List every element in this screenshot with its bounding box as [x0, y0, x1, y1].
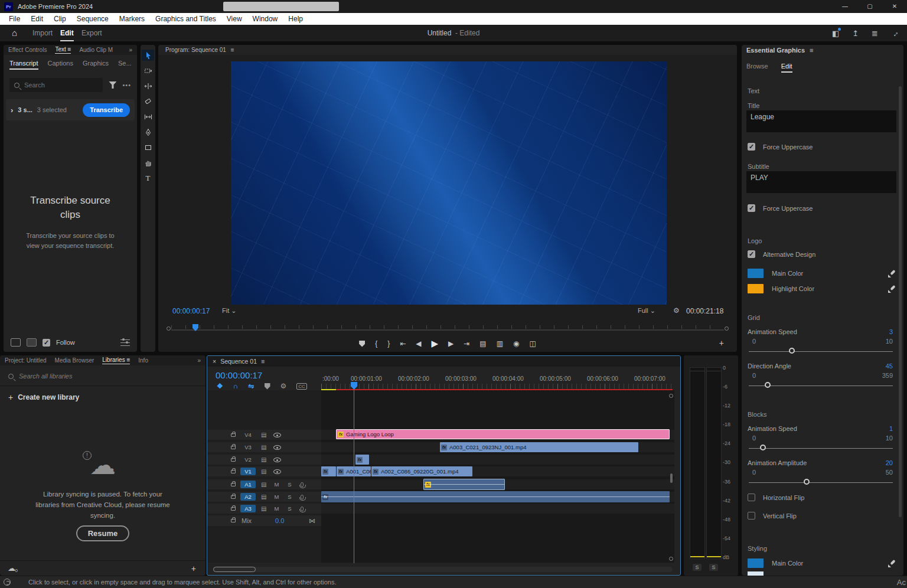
- hand-tool[interactable]: [142, 157, 154, 168]
- more-options-icon[interactable]: •••: [122, 81, 131, 89]
- work-area-end-handle[interactable]: [725, 326, 729, 331]
- type-tool[interactable]: T: [142, 172, 154, 184]
- new-library-item-button[interactable]: +: [191, 564, 196, 573]
- button-editor-plus[interactable]: +: [719, 338, 724, 348]
- blocks-animation-speed-value[interactable]: 1: [889, 425, 893, 432]
- quick-export-stack-icon[interactable]: ≣: [872, 29, 878, 38]
- horizontal-flip-checkbox[interactable]: [748, 494, 755, 501]
- direction-angle-slider[interactable]: [749, 382, 893, 390]
- follow-checkbox[interactable]: [43, 339, 50, 347]
- tab-project[interactable]: Project: Untitled: [5, 357, 47, 364]
- mute-button[interactable]: M: [273, 494, 279, 500]
- highlight-color-swatch[interactable]: [748, 284, 764, 293]
- sync-lock-icon[interactable]: ▤: [261, 481, 266, 488]
- direction-angle-value[interactable]: 45: [886, 362, 893, 370]
- clip-audio-a1[interactable]: fx: [423, 479, 505, 490]
- filter-icon[interactable]: [109, 81, 116, 89]
- insert-as-nest-toggle[interactable]: ❖: [217, 382, 223, 390]
- force-uppercase-checkbox[interactable]: [748, 143, 755, 151]
- mute-button[interactable]: M: [273, 481, 279, 488]
- tab-se-truncated[interactable]: Se...: [118, 60, 132, 70]
- transcript-settings-icon[interactable]: [120, 339, 130, 346]
- mix-volume-value[interactable]: 0.0: [275, 517, 284, 524]
- menu-graphics-titles[interactable]: Graphics and Titles: [150, 13, 221, 25]
- track-header-a1[interactable]: A1 ▤ M S: [207, 479, 321, 489]
- program-scrubber[interactable]: [167, 324, 729, 331]
- captions-visibility-toggle[interactable]: CC: [296, 383, 307, 390]
- track-header-v3[interactable]: V3 ▤: [207, 442, 321, 452]
- program-current-timecode[interactable]: 00:00:00:17: [172, 307, 210, 315]
- linked-selection-toggle[interactable]: ⇋: [248, 382, 254, 390]
- sync-lock-icon[interactable]: ▤: [261, 456, 266, 463]
- lock-icon[interactable]: [231, 507, 236, 511]
- track-visibility-eye-icon[interactable]: [273, 469, 281, 474]
- menu-view[interactable]: View: [221, 13, 247, 25]
- subtitle-field[interactable]: PLAY: [746, 171, 896, 193]
- search-input[interactable]: [24, 81, 77, 89]
- styling-main-color-swatch[interactable]: [748, 558, 764, 568]
- cloud-sync-status-icon[interactable]: ☁0: [8, 564, 15, 573]
- solo-button[interactable]: S: [709, 564, 718, 571]
- eyedropper-icon[interactable]: [888, 560, 895, 567]
- track-header-v2[interactable]: V2 ▤: [207, 455, 321, 465]
- transcript-search-box[interactable]: [9, 78, 103, 92]
- animation-amplitude-slider[interactable]: [749, 479, 893, 487]
- play-button[interactable]: ▶: [431, 338, 438, 349]
- timeline-track-area[interactable]: [321, 390, 674, 563]
- create-new-library-button[interactable]: + Create new library: [0, 386, 205, 409]
- track-header-a2[interactable]: A2 ▤ M S: [207, 492, 321, 502]
- track-visibility-eye-icon[interactable]: [273, 458, 281, 462]
- lock-icon[interactable]: [231, 519, 236, 522]
- tab-captions[interactable]: Captions: [48, 60, 73, 70]
- track-name[interactable]: V3: [240, 443, 256, 451]
- clip-v2-short[interactable]: fx: [355, 455, 369, 465]
- track-name[interactable]: A2: [240, 493, 256, 501]
- alternative-design-checkbox[interactable]: [748, 250, 755, 258]
- solo-button[interactable]: S: [286, 505, 292, 512]
- track-visibility-eye-icon[interactable]: [273, 445, 281, 450]
- panel-menu-icon[interactable]: ≡: [261, 358, 265, 365]
- lock-icon[interactable]: [231, 495, 236, 499]
- menu-help[interactable]: Help: [283, 13, 308, 25]
- track-name[interactable]: A1: [240, 481, 256, 488]
- go-to-out-button[interactable]: ⇥: [464, 339, 469, 348]
- tab-audio-clip-mixer[interactable]: Audio Clip M: [79, 47, 113, 53]
- tab-overflow-icon[interactable]: »: [197, 357, 201, 364]
- extract-button[interactable]: ▥: [497, 339, 503, 348]
- tab-info[interactable]: Info: [138, 357, 148, 364]
- eyedropper-icon[interactable]: [888, 285, 895, 293]
- track-visibility-eye-icon[interactable]: [273, 433, 281, 437]
- timeline-vertical-scrollbar[interactable]: [669, 394, 674, 561]
- sync-lock-icon[interactable]: ▤: [261, 468, 266, 475]
- voiceover-record-mic-icon[interactable]: [301, 507, 304, 511]
- tab-overflow-icon[interactable]: »: [129, 47, 132, 53]
- blocks-animation-speed-slider[interactable]: [749, 445, 893, 453]
- razor-tool[interactable]: [142, 96, 154, 107]
- panel-menu-icon[interactable]: ≡: [231, 47, 234, 53]
- close-button[interactable]: ✕: [882, 0, 907, 13]
- step-back-button[interactable]: ◀: [416, 339, 421, 348]
- program-video-frame[interactable]: [231, 61, 667, 305]
- go-to-in-button[interactable]: ⇤: [400, 339, 406, 348]
- track-header-v4[interactable]: V4 ▤: [207, 430, 321, 440]
- menu-window[interactable]: Window: [247, 13, 283, 25]
- clip-audio-a2[interactable]: fx: [321, 491, 670, 502]
- sync-lock-icon[interactable]: ▤: [261, 505, 266, 512]
- tab-text[interactable]: Text ≡: [55, 46, 71, 54]
- scrollbar-handle[interactable]: [213, 567, 256, 572]
- sync-lock-icon[interactable]: ▤: [261, 494, 266, 500]
- tab-transcript[interactable]: Transcript: [9, 60, 38, 70]
- menu-markers[interactable]: Markers: [114, 13, 150, 25]
- transcript-view-icon[interactable]: [27, 338, 37, 347]
- vertical-flip-checkbox[interactable]: [748, 512, 755, 520]
- track-select-forward-tool[interactable]: [142, 65, 154, 76]
- tab-browse[interactable]: Browse: [746, 63, 768, 73]
- eyedropper-icon[interactable]: [888, 270, 895, 277]
- voiceover-record-mic-icon[interactable]: [301, 482, 304, 487]
- clip-gaming-logo-loop[interactable]: fx Gaming Logo Loop: [336, 429, 670, 439]
- tab-libraries[interactable]: Libraries ≡: [102, 357, 130, 364]
- slip-tool[interactable]: [142, 111, 154, 122]
- track-header-a3[interactable]: A3 ▤ M S: [207, 504, 321, 514]
- libraries-search-box[interactable]: Search all libraries: [0, 365, 205, 386]
- add-marker-button[interactable]: [265, 383, 270, 390]
